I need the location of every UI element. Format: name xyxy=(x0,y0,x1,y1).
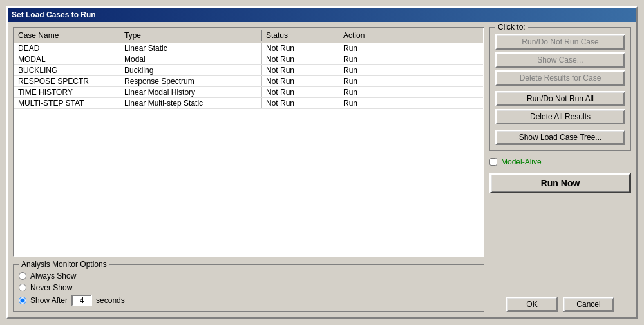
table-row[interactable]: RESPOSE SPECTR Response Spectrum Not Run… xyxy=(14,76,483,87)
never-show-label: Never Show xyxy=(30,283,72,292)
click-to-buttons: Run/Do Not Run Case Show Case... Delete … xyxy=(495,30,625,145)
cell-action: Run xyxy=(339,65,391,75)
run-do-not-run-all-button[interactable]: Run/Do Not Run All xyxy=(495,91,625,106)
cell-case-name: DEAD xyxy=(14,43,120,54)
table-row[interactable]: TIME HISTORY Linear Modal History Not Ru… xyxy=(14,87,483,98)
col-header-case-name: Case Name xyxy=(14,30,120,41)
table-row[interactable]: MODAL Modal Not Run Run xyxy=(14,54,483,65)
title-bar: Set Load Cases to Run xyxy=(8,8,636,22)
show-after-label: Show After xyxy=(30,296,68,305)
table-container: Case Name Type Status Action DEAD Linear… xyxy=(13,27,484,257)
cell-type: Modal xyxy=(120,54,262,64)
bottom-buttons: OK Cancel xyxy=(489,297,631,312)
right-panel: Click to: Run/Do Not Run Case Show Case.… xyxy=(489,27,631,312)
click-to-group: Click to: Run/Do Not Run Case Show Case.… xyxy=(489,27,631,151)
cell-status: Not Run xyxy=(262,43,339,54)
cell-type: Response Spectrum xyxy=(120,76,262,86)
cell-status: Not Run xyxy=(262,76,339,86)
delete-all-results-button[interactable]: Delete All Results xyxy=(495,109,625,124)
analysis-monitor-title: Analysis Monitor Options xyxy=(19,260,109,269)
model-alive-row: Model-Alive xyxy=(489,155,631,169)
cell-action: Run xyxy=(339,54,391,64)
table-header: Case Name Type Status Action xyxy=(14,28,483,43)
left-panel: Case Name Type Status Action DEAD Linear… xyxy=(13,27,484,312)
cell-action: Run xyxy=(339,87,391,97)
cell-status: Not Run xyxy=(262,87,339,97)
cell-status: Not Run xyxy=(262,54,339,64)
cell-type: Linear Modal History xyxy=(120,87,262,97)
col-header-action: Action xyxy=(339,30,391,41)
col-header-status: Status xyxy=(262,30,339,41)
table-row[interactable]: MULTI-STEP STAT Linear Multi-step Static… xyxy=(14,98,483,109)
table-row[interactable]: DEAD Linear Static Not Run Run xyxy=(14,43,483,54)
cell-type: Buckling xyxy=(120,65,262,75)
cell-action: Run xyxy=(339,43,391,54)
table-body[interactable]: DEAD Linear Static Not Run Run MODAL Mod… xyxy=(14,43,483,252)
cell-action: Run xyxy=(339,76,391,86)
dialog: Set Load Cases to Run Case Name Type Sta… xyxy=(6,6,638,319)
always-show-radio[interactable] xyxy=(19,272,26,280)
seconds-label: seconds xyxy=(96,296,125,305)
cell-type: Linear Static xyxy=(120,43,262,54)
col-header-type: Type xyxy=(120,30,262,41)
show-after-radio[interactable] xyxy=(19,297,26,304)
cell-case-name: RESPOSE SPECTR xyxy=(14,76,120,86)
run-now-button[interactable]: Run Now xyxy=(489,173,631,193)
cell-case-name: MULTI-STEP STAT xyxy=(14,98,120,108)
show-after-row: Show After seconds xyxy=(19,295,478,306)
run-do-not-run-case-button[interactable]: Run/Do Not Run Case xyxy=(495,34,625,50)
dialog-title: Set Load Cases to Run xyxy=(12,10,96,19)
cell-status: Not Run xyxy=(262,65,339,75)
never-show-radio[interactable] xyxy=(19,284,26,291)
cell-case-name: MODAL xyxy=(14,54,120,64)
seconds-input[interactable] xyxy=(71,295,92,306)
model-alive-checkbox[interactable] xyxy=(489,158,497,166)
model-alive-label: Model-Alive xyxy=(501,157,542,166)
analysis-monitor-group: Analysis Monitor Options Always Show Nev… xyxy=(13,264,484,312)
radio-group: Always Show Never Show Show After second… xyxy=(19,268,478,306)
table-row[interactable]: BUCKLING Buckling Not Run Run xyxy=(14,65,483,76)
always-show-row: Always Show xyxy=(19,271,478,281)
delete-results-case-button[interactable]: Delete Results for Case xyxy=(495,70,625,86)
click-to-title: Click to: xyxy=(495,23,528,32)
cell-type: Linear Multi-step Static xyxy=(120,98,262,108)
never-show-row: Never Show xyxy=(19,283,478,292)
show-case-button[interactable]: Show Case... xyxy=(495,52,625,68)
cell-action: Run xyxy=(339,98,391,108)
cell-status: Not Run xyxy=(262,98,339,108)
cell-case-name: TIME HISTORY xyxy=(14,87,120,97)
always-show-label: Always Show xyxy=(30,271,76,281)
show-load-case-tree-button[interactable]: Show Load Case Tree... xyxy=(495,130,625,145)
cancel-button[interactable]: Cancel xyxy=(563,297,614,312)
ok-button[interactable]: OK xyxy=(506,297,558,312)
cell-case-name: BUCKLING xyxy=(14,65,120,75)
